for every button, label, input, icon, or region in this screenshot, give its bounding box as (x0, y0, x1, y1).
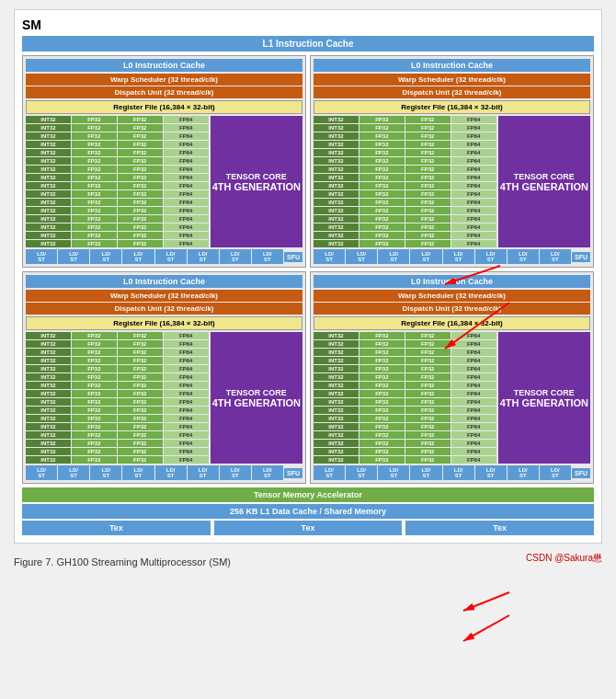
figure-row: Figure 7. GH100 Streaming Multiprocessor… (14, 549, 602, 567)
core-cell: FP32 (72, 149, 117, 156)
core-cell: FP32 (118, 373, 163, 381)
core-cell: INT32 (314, 141, 359, 148)
core-cell: FP32 (118, 199, 163, 206)
core-cell: INT32 (26, 398, 71, 406)
core-cell: INT32 (314, 149, 359, 156)
core-cell: FP32 (72, 207, 117, 214)
ld-st-cell: LD/ST (346, 249, 377, 264)
core-cell: FP64 (164, 174, 209, 181)
core-cell: FP32 (359, 240, 405, 247)
core-cell: FP64 (164, 141, 209, 148)
quadrant-grid: L0 Instruction Cache Warp Scheduler (32 … (22, 55, 594, 484)
ld-st-cell: LD/ST (26, 465, 57, 480)
core-cell: FP64 (164, 132, 209, 140)
core-cell: INT32 (314, 407, 359, 414)
tensor-core-label-q2: TENSOR CORE 4TH GENERATION (498, 116, 590, 247)
core-cell: FP64 (164, 382, 209, 389)
core-cell: FP32 (359, 448, 405, 455)
core-cell: FP64 (451, 207, 496, 214)
core-cell: FP32 (359, 232, 405, 239)
core-cell: FP32 (118, 332, 163, 339)
sm-title: SM (22, 17, 594, 32)
ld-st-row-q2: LD/ST LD/ST LD/ST LD/ST LD/ST LD/ST LD/S… (314, 249, 590, 264)
core-cell: FP32 (359, 132, 405, 140)
core-cell: FP32 (72, 157, 117, 165)
quadrant-top-left: L0 Instruction Cache Warp Scheduler (32 … (22, 55, 306, 268)
core-cell: FP32 (405, 116, 451, 123)
core-cell: INT32 (26, 190, 71, 198)
core-cell: FP32 (118, 407, 163, 414)
core-cell: FP32 (359, 440, 405, 447)
core-cell: FP32 (118, 390, 163, 397)
core-cell: FP32 (72, 141, 117, 148)
core-cell: FP32 (118, 456, 163, 464)
core-cell: INT32 (26, 332, 71, 339)
core-cell: FP64 (451, 116, 496, 123)
core-cell: INT32 (26, 199, 71, 206)
ld-st-cell: LD/ST (155, 465, 187, 480)
core-cell: INT32 (314, 332, 359, 339)
dispatch-unit-q2: Dispatch Unit (32 thread/clk) (314, 86, 590, 98)
core-cell: FP32 (359, 431, 405, 439)
core-cell: FP32 (405, 407, 451, 414)
core-cell: INT32 (314, 132, 359, 140)
core-cell: INT32 (314, 423, 359, 430)
core-cell: INT32 (26, 373, 71, 381)
l0-cache-q2: L0 Instruction Cache (314, 59, 590, 72)
core-cell: FP32 (72, 174, 117, 181)
core-cell: INT32 (26, 157, 71, 165)
core-cell: FP64 (451, 407, 496, 414)
ld-st-cell: LD/ST (475, 249, 507, 264)
ld-st-cell: LD/ST (346, 465, 377, 480)
core-cell: INT32 (26, 215, 71, 223)
warp-scheduler-q1: Warp Scheduler (32 thread/clk) (26, 74, 302, 86)
core-cell: FP32 (405, 332, 451, 339)
sfu-cell-q1: SFU (284, 252, 302, 262)
core-cell: INT32 (26, 407, 71, 414)
core-cell: FP64 (164, 149, 209, 156)
core-cell: FP32 (118, 232, 163, 239)
core-cell: FP64 (451, 223, 496, 231)
core-cell: FP64 (451, 190, 496, 198)
ld-st-cell: LD/ST (58, 249, 89, 264)
core-cell: INT32 (26, 340, 71, 348)
ld-st-cell: LD/ST (188, 465, 219, 480)
core-cell: FP32 (359, 357, 405, 364)
core-cell: FP32 (72, 332, 117, 339)
core-cell: FP32 (359, 124, 405, 132)
core-cell: FP32 (359, 365, 405, 372)
quadrant-top-right: L0 Instruction Cache Warp Scheduler (32 … (310, 55, 594, 268)
core-cell: INT32 (26, 431, 71, 439)
register-file-q1: Register File (16,384 × 32-bit) (26, 100, 302, 114)
core-cell: INT32 (26, 415, 71, 422)
core-cell: FP32 (359, 415, 405, 422)
core-cell: FP32 (118, 190, 163, 198)
core-cell: FP64 (451, 240, 496, 247)
core-grid-container-q1: INT32FP32FP32FP64 INT32FP32FP32FP64 INT3… (26, 116, 302, 247)
core-cell: FP32 (118, 182, 163, 189)
core-cell: INT32 (314, 440, 359, 447)
core-cell: INT32 (314, 207, 359, 214)
core-cell: INT32 (26, 448, 71, 455)
core-cell: INT32 (314, 116, 359, 123)
tensor-core-text-q2: TENSOR CORE (514, 172, 575, 181)
ld-st-cell: LD/ST (508, 249, 539, 264)
tex-cell-2: Tex (214, 521, 403, 535)
core-cell: FP32 (118, 340, 163, 348)
tensor-core-text-q3: TENSOR CORE (226, 388, 287, 397)
core-cell: FP32 (359, 332, 405, 339)
core-cell: INT32 (314, 349, 359, 356)
core-cell: FP32 (405, 182, 451, 189)
core-cell: INT32 (26, 349, 71, 356)
core-cell: FP64 (164, 415, 209, 422)
core-cell: FP32 (405, 207, 451, 214)
core-cell: FP32 (72, 199, 117, 206)
core-cell: INT32 (26, 382, 71, 389)
quadrant-bottom-left: L0 Instruction Cache Warp Scheduler (32 … (22, 271, 306, 484)
core-cell: INT32 (314, 223, 359, 231)
core-cell: INT32 (26, 166, 71, 173)
l0-cache-q4: L0 Instruction Cache (314, 275, 590, 288)
core-cell: FP32 (405, 382, 451, 389)
ld-st-cell: LD/ST (155, 249, 187, 264)
core-cell: INT32 (26, 182, 71, 189)
